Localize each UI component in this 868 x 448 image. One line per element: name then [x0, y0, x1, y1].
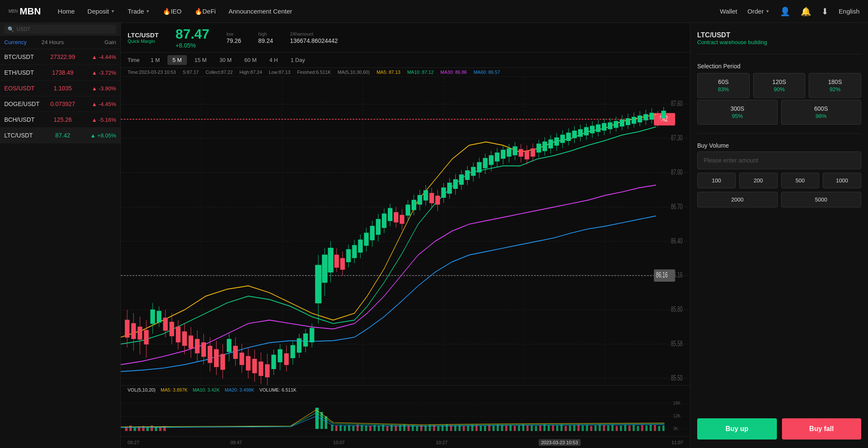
currency-row-doge[interactable]: DOGE/USDT 0.073927 ▲ -4.45% [0, 96, 120, 112]
right-subtitle: Contract warehouse building [697, 39, 861, 45]
time-btn-60m[interactable]: 60 M [239, 55, 262, 65]
selection-period-label: Selection Period [697, 63, 861, 70]
svg-rect-199 [638, 116, 642, 122]
svg-rect-259 [467, 426, 469, 431]
price-change-big: +8.05% [175, 42, 209, 49]
svg-rect-289 [594, 426, 596, 431]
svg-rect-119 [400, 215, 404, 223]
time-label: Time [128, 57, 139, 63]
svg-rect-167 [542, 142, 547, 151]
time-btn-4h[interactable]: 4 H [264, 55, 283, 65]
language-selector[interactable]: English [839, 8, 860, 15]
buy-up-button[interactable]: Buy up [697, 418, 777, 440]
period-btn-120s[interactable]: 120S 90% [753, 73, 806, 98]
svg-rect-123 [412, 200, 416, 210]
pair-price-btc: 27322.99 [43, 53, 82, 60]
user-icon[interactable]: 👤 [780, 6, 790, 17]
qty-btn-1000[interactable]: 1000 [823, 173, 861, 188]
period-btn-60s[interactable]: 60S 83% [697, 73, 750, 98]
x-axis: 09:27 09:47 10:07 10:27 2023-03-23 10:53… [121, 436, 690, 448]
pair-info: LTC/USDT Quick Margin [128, 31, 159, 44]
qty-btn-200[interactable]: 200 [739, 173, 778, 188]
period-btn-300s[interactable]: 300S 95% [697, 100, 778, 125]
svg-rect-282 [565, 426, 567, 431]
svg-rect-185 [596, 125, 601, 132]
nav-order[interactable]: Order ▼ [748, 8, 770, 15]
nav-home[interactable]: Home [58, 8, 75, 15]
svg-text:86.40: 86.40 [671, 237, 683, 245]
svg-rect-232 [352, 426, 354, 431]
svg-rect-45 [170, 322, 174, 336]
amount-input[interactable] [697, 151, 861, 169]
svg-rect-235 [365, 426, 367, 431]
nav-ieo[interactable]: 🔥IEO [163, 8, 182, 15]
svg-rect-51 [189, 336, 193, 348]
left-sidebar: 🔍 USDT Currency 24 Hours Gain BTC/USDT 2… [0, 23, 121, 448]
sidebar-column-headers: Currency 24 Hours Gain [0, 36, 120, 49]
svg-rect-250 [429, 425, 431, 431]
nav-announcement[interactable]: Announcement Center [228, 8, 292, 15]
svg-rect-246 [412, 425, 414, 431]
svg-rect-159 [519, 149, 523, 156]
svg-rect-129 [430, 193, 434, 203]
amount-value: 136674.86024442 [290, 37, 338, 44]
buy-fall-button[interactable]: Buy fall [782, 418, 862, 440]
svg-rect-224 [315, 408, 319, 429]
vol-ma10: MA10: 3.42K [193, 387, 220, 392]
time-btn-30m[interactable]: 30 M [214, 55, 237, 65]
time-btn-1m[interactable]: 1 M [145, 55, 165, 65]
qty-btn-100[interactable]: 100 [697, 173, 736, 188]
logo[interactable]: MBN MBN [8, 6, 41, 17]
qty-btn-5000[interactable]: 5000 [781, 192, 862, 207]
currency-row-btc[interactable]: BTC/USDT 27322.99 ▲ -4.44% [0, 49, 120, 65]
right-header: LTC/USDT Contract warehouse building [697, 31, 861, 45]
nav-wallet[interactable]: Wallet [720, 8, 737, 15]
x-label-current: 2023-03-23 10:53 [539, 439, 581, 446]
pair-price-eth: 1738.49 [43, 69, 82, 76]
svg-rect-95 [328, 248, 333, 272]
qty-btn-500[interactable]: 500 [781, 173, 820, 188]
svg-rect-57 [208, 346, 212, 363]
svg-rect-131 [436, 196, 440, 204]
pair-name-btc: BTC/USDT [4, 53, 43, 60]
nav-defi[interactable]: 🔥DeFi [195, 8, 216, 15]
download-icon[interactable]: ⬇ [821, 6, 829, 17]
period-grid: 60S 83% 120S 90% 180S 92% [697, 73, 861, 98]
pair-change-btc: ▲ -4.44% [82, 54, 116, 60]
nav-deposit[interactable]: Deposit ▼ [87, 8, 115, 15]
svg-rect-251 [433, 425, 435, 431]
period-btn-180s[interactable]: 180S 92% [809, 73, 861, 98]
svg-rect-191 [614, 121, 618, 128]
svg-rect-169 [548, 140, 553, 148]
svg-rect-175 [566, 133, 570, 140]
qty-btn-2000[interactable]: 2000 [697, 192, 778, 207]
candlestick-chart[interactable]: 87.60 87.30 87.00 86.70 86.40 86.16 85.8… [121, 77, 690, 385]
nav-trade[interactable]: Trade ▼ [128, 8, 150, 15]
ma-collect: Collect:87.22 [206, 70, 233, 75]
svg-text:85.50: 85.50 [671, 374, 683, 382]
svg-rect-135 [448, 183, 452, 193]
time-btn-5m[interactable]: 5 M [167, 55, 187, 65]
currency-row-eos[interactable]: EOS/USDT 1.1035 ▲ -3.90% [0, 81, 120, 96]
svg-rect-105 [358, 240, 362, 252]
bell-icon[interactable]: 🔔 [801, 6, 811, 17]
vol-label: VOL(5,10,20) [128, 387, 156, 392]
period-label-300s: 300S [702, 105, 773, 112]
svg-rect-269 [509, 425, 512, 431]
currency-row-ltc[interactable]: LTC/USDT 87.42 ▲ +8.05% [0, 128, 120, 143]
svg-rect-107 [364, 233, 368, 245]
current-price-big: 87.47 [175, 26, 209, 42]
low-value: 79.26 [226, 37, 241, 44]
currency-row-bch[interactable]: BCH/USDT 125.26 ▲ -5.16% [0, 112, 120, 128]
pair-change-eos: ▲ -3.90% [82, 85, 116, 92]
time-btn-1day[interactable]: 1 Day [286, 55, 310, 65]
currency-row-eth[interactable]: ETH/USDT 1738.49 ▲ -3.72% [0, 65, 120, 81]
svg-rect-276 [539, 425, 541, 431]
time-btn-15m[interactable]: 15 M [189, 55, 212, 65]
period-pct-300s: 95% [702, 113, 773, 119]
svg-rect-37 [144, 330, 148, 344]
svg-rect-252 [437, 426, 440, 431]
period-btn-600s[interactable]: 600S 98% [781, 100, 862, 125]
chart-svg: 87.60 87.30 87.00 86.70 86.40 86.16 85.8… [121, 77, 690, 385]
svg-rect-153 [501, 150, 505, 158]
